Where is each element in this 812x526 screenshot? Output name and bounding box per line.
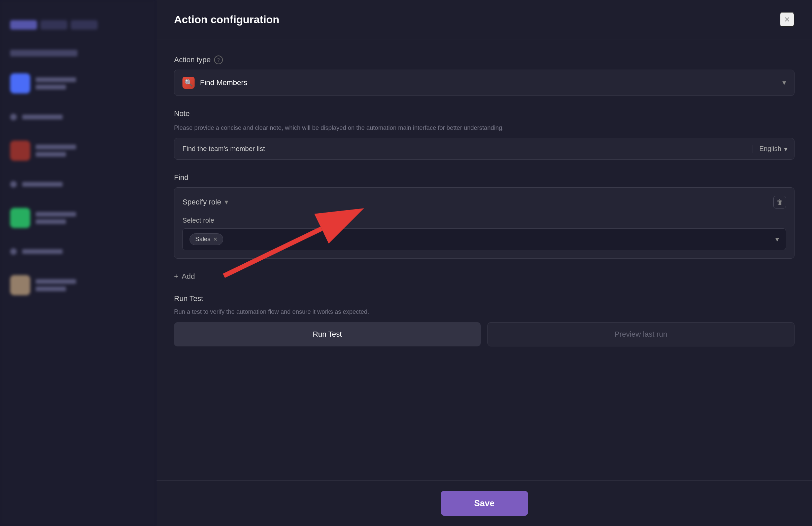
role-tags: Sales ✕ bbox=[190, 234, 223, 245]
find-box: Specify role ▾ 🗑 Select role Sales ✕ bbox=[174, 187, 795, 259]
modal-content: Action type ? 🔍 Find Members ▾ Note Plea… bbox=[157, 39, 812, 480]
save-button[interactable]: Save bbox=[441, 491, 528, 516]
trash-icon: 🗑 bbox=[776, 198, 783, 206]
note-description: Please provide a concise and clear note,… bbox=[174, 123, 795, 133]
note-input-wrapper: English ▾ bbox=[174, 138, 795, 160]
action-type-dropdown[interactable]: 🔍 Find Members ▾ bbox=[174, 70, 795, 96]
left-panel bbox=[0, 0, 157, 526]
action-type-help-icon[interactable]: ? bbox=[214, 56, 223, 64]
role-tag-label: Sales bbox=[195, 236, 211, 243]
run-test-button[interactable]: Run Test bbox=[174, 322, 481, 346]
modal-title: Action configuration bbox=[174, 13, 279, 26]
find-section: Find Specify role ▾ 🗑 Select role bbox=[174, 173, 795, 259]
specify-role-button[interactable]: Specify role ▾ bbox=[183, 198, 228, 207]
run-test-section: Run Test Run a test to verify the automa… bbox=[174, 294, 795, 346]
note-input[interactable] bbox=[174, 138, 752, 160]
role-select-field[interactable]: Sales ✕ ▾ bbox=[183, 228, 786, 250]
close-button[interactable]: × bbox=[780, 12, 795, 27]
action-type-icon: 🔍 bbox=[183, 77, 194, 89]
run-test-description: Run a test to verify the automation flow… bbox=[174, 309, 795, 315]
add-label: Add bbox=[182, 272, 195, 281]
find-box-header: Specify role ▾ 🗑 bbox=[183, 196, 786, 209]
action-type-value: Find Members bbox=[200, 78, 247, 87]
note-section: Note Please provide a concise and clear … bbox=[174, 109, 795, 160]
role-tag-close-icon[interactable]: ✕ bbox=[213, 236, 217, 242]
add-icon: + bbox=[174, 272, 178, 281]
delete-find-button[interactable]: 🗑 bbox=[773, 196, 786, 209]
action-config-panel: Action configuration × Action type ? 🔍 F… bbox=[157, 0, 812, 526]
add-button[interactable]: + Add bbox=[174, 272, 795, 281]
note-label: Note bbox=[174, 109, 795, 118]
action-type-chevron-icon: ▾ bbox=[782, 78, 786, 87]
specify-role-label: Specify role bbox=[183, 198, 221, 207]
find-label: Find bbox=[174, 173, 795, 182]
test-buttons: Run Test Preview last run bbox=[174, 322, 795, 346]
specify-role-chevron-icon: ▾ bbox=[224, 198, 228, 207]
language-selector[interactable]: English ▾ bbox=[752, 145, 794, 153]
language-value: English bbox=[759, 145, 781, 153]
select-role-label: Select role bbox=[183, 216, 786, 224]
modal-footer: Save bbox=[157, 480, 812, 526]
preview-last-run-button[interactable]: Preview last run bbox=[488, 322, 795, 346]
run-test-label: Run Test bbox=[174, 294, 795, 303]
role-select-chevron-icon: ▾ bbox=[775, 235, 779, 244]
role-tag-sales: Sales ✕ bbox=[190, 234, 223, 245]
action-type-section: Action type ? 🔍 Find Members ▾ bbox=[174, 56, 795, 96]
modal-header: Action configuration × bbox=[157, 0, 812, 39]
language-chevron-icon: ▾ bbox=[784, 145, 787, 153]
action-type-label: Action type ? bbox=[174, 56, 795, 64]
